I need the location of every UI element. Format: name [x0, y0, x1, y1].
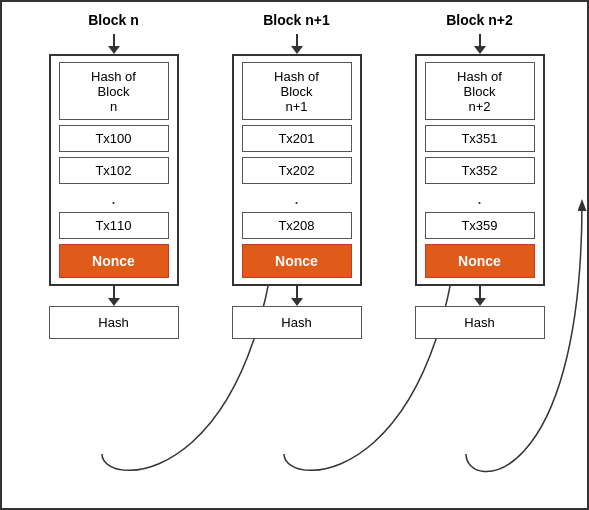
block-n-hash-output: Hash	[49, 306, 179, 339]
block-n2-hash-prev: Hash ofBlockn+2	[425, 62, 535, 120]
block-n-dots: .	[111, 189, 116, 207]
block-n2-title: Block n+2	[446, 12, 513, 28]
block-n-box: Hash ofBlockn Tx100 Tx102 . Tx110 Nonce	[49, 54, 179, 286]
block-n2-top-arrow	[474, 34, 486, 54]
block-n2-wrapper: Block n+2 Hash ofBlockn+2 Tx351 Tx352 . …	[415, 12, 545, 339]
block-n-top-arrow	[108, 34, 120, 54]
block-n2-dots: .	[477, 189, 482, 207]
block-n1-bottom-arrow	[291, 286, 303, 306]
block-n1-hash-prev: Hash ofBlockn+1	[242, 62, 352, 120]
block-n-hash-prev: Hash ofBlockn	[59, 62, 169, 120]
block-n1-box: Hash ofBlockn+1 Tx201 Tx202 . Tx208 Nonc…	[232, 54, 362, 286]
block-n1-title: Block n+1	[263, 12, 330, 28]
block-n1-tx1: Tx201	[242, 125, 352, 152]
block-n2-tx1: Tx351	[425, 125, 535, 152]
block-n-tx2: Tx102	[59, 157, 169, 184]
block-n-tx1: Tx100	[59, 125, 169, 152]
block-n1-tx2: Tx202	[242, 157, 352, 184]
block-n1-dots: .	[294, 189, 299, 207]
block-n1-wrapper: Block n+1 Hash ofBlockn+1 Tx201 Tx202 . …	[232, 12, 362, 339]
block-n-title: Block n	[88, 12, 139, 28]
block-n2-tx2: Tx352	[425, 157, 535, 184]
block-n-bottom-arrow	[108, 286, 120, 306]
block-n1-top-arrow	[291, 34, 303, 54]
block-n2-nonce: Nonce	[425, 244, 535, 278]
block-n1-hash-output: Hash	[232, 306, 362, 339]
blocks-container: Block n Hash ofBlockn Tx100 Tx102 . Tx11…	[12, 12, 581, 502]
block-n-tx3: Tx110	[59, 212, 169, 239]
block-n2-box: Hash ofBlockn+2 Tx351 Tx352 . Tx359 Nonc…	[415, 54, 545, 286]
block-n2-bottom-arrow	[474, 286, 486, 306]
blockchain-diagram: Block n Hash ofBlockn Tx100 Tx102 . Tx11…	[2, 2, 589, 510]
block-n2-tx3: Tx359	[425, 212, 535, 239]
block-n1-tx3: Tx208	[242, 212, 352, 239]
block-n-wrapper: Block n Hash ofBlockn Tx100 Tx102 . Tx11…	[49, 12, 179, 339]
block-n1-nonce: Nonce	[242, 244, 352, 278]
block-n2-hash-output: Hash	[415, 306, 545, 339]
block-n-nonce: Nonce	[59, 244, 169, 278]
